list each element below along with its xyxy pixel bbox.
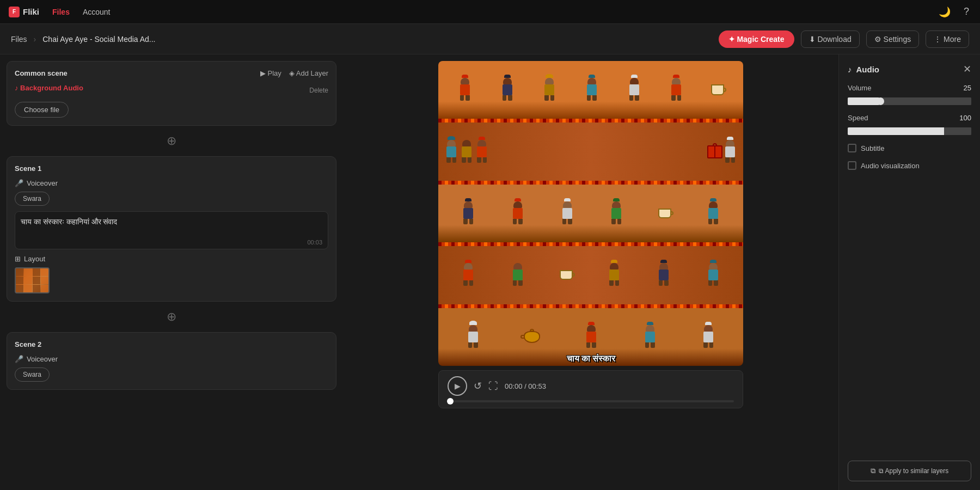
scene2-header: Scene 2 <box>15 340 328 348</box>
pixel-char-19 <box>656 263 671 287</box>
pixel-char-1 <box>457 78 473 102</box>
add-scene-above-1[interactable]: ⊕ <box>7 131 336 151</box>
speed-value: 100 <box>955 114 971 122</box>
time-display: 00:00 / 00:53 <box>505 382 546 390</box>
layout-label: ⊞ Layout <box>15 255 328 263</box>
more-button[interactable]: ⋮ More <box>926 30 969 48</box>
audio-viz-row: Audio visualization <box>848 161 971 170</box>
help-button[interactable]: ? <box>961 4 971 20</box>
voice-select-1[interactable]: Swara <box>15 192 50 206</box>
choose-file-button[interactable]: Choose file <box>15 102 69 118</box>
pixel-char-8 <box>459 140 474 164</box>
voiceover-label-2: 🎤 Voiceover <box>15 355 328 363</box>
right-panel-header: ♪ Audio ✕ <box>848 63 971 75</box>
logo-icon: F <box>9 7 20 17</box>
pixel-char-10 <box>722 140 738 164</box>
pixel-char-6 <box>669 78 684 102</box>
pixel-char-23 <box>642 325 658 349</box>
subtitle-checkbox[interactable] <box>848 144 856 152</box>
play-pause-button[interactable]: ▶ <box>448 376 467 396</box>
scene1-layout-section: ⊞ Layout <box>15 255 328 293</box>
pixel-char-24 <box>701 325 716 349</box>
speed-slider[interactable] <box>848 127 971 135</box>
video-preview: चाय का संस्कार <box>438 61 743 366</box>
speed-section: Speed 100 <box>848 114 971 135</box>
breadcrumb-parent[interactable]: Files <box>11 35 27 44</box>
audio-viz-label: Audio visualization <box>861 162 920 170</box>
nav-files[interactable]: Files <box>52 8 70 16</box>
scene2-card: Scene 2 🎤 Voiceover Swara <box>7 332 336 390</box>
scene1-timestamp: 00:03 <box>307 239 322 246</box>
replay-button[interactable]: ↺ <box>474 380 482 392</box>
apply-similar-button[interactable]: ⧉ ⧉ Apply to similar layers <box>848 461 971 481</box>
volume-section: Volume 25 <box>848 84 971 105</box>
fullscreen-button[interactable]: ⛶ <box>488 381 498 392</box>
add-scene-below-1[interactable]: ⊕ <box>7 307 336 327</box>
pixel-char-17 <box>510 263 525 287</box>
subtitle-row: Subtitle <box>848 144 971 152</box>
right-panel-title: ♪ Audio <box>848 65 879 74</box>
right-panel: ♪ Audio ✕ Volume 25 Speed 100 Subtitle <box>838 54 980 490</box>
background-audio-label: ♪ Background Audio <box>15 84 83 92</box>
tea-cup-3 <box>560 270 573 280</box>
scene2-title: Scene 2 <box>15 340 41 348</box>
pixel-char-4 <box>584 78 599 102</box>
subtitle-text: चाय का संस्कार <box>567 354 615 363</box>
scene1-header: Scene 1 <box>15 164 328 173</box>
video-row-1 <box>438 61 743 119</box>
pixel-char-13 <box>560 201 575 225</box>
divider-4 <box>438 304 743 308</box>
divider-1 <box>438 119 743 122</box>
scene1-title: Scene 1 <box>15 164 41 173</box>
top-nav: F Fliki Files Account 🌙 ? <box>0 0 980 24</box>
pixel-char-22 <box>584 325 599 349</box>
delete-audio-button[interactable]: Delete <box>309 87 328 94</box>
magic-create-button[interactable]: ✦ Magic Create <box>719 30 794 48</box>
common-play-button[interactable]: ▶ Play <box>260 69 281 77</box>
speed-label: Speed <box>848 114 868 122</box>
pixel-char-2 <box>500 78 515 102</box>
pixel-char-12 <box>510 201 525 225</box>
scene1-text-area[interactable]: चाय का संस्कारः कहानियां और संवाद 00:03 <box>15 211 328 249</box>
pixel-char-3 <box>542 78 557 102</box>
add-layer-button[interactable]: ◈ Add Layer <box>289 69 328 77</box>
breadcrumb-current: Chai Aye Aye - Social Media Ad... <box>42 35 155 44</box>
download-button[interactable]: ⬇ Download <box>801 30 860 48</box>
nav-account[interactable]: Account <box>83 8 111 16</box>
app-logo: F Fliki <box>9 7 39 17</box>
tea-pot <box>524 331 540 343</box>
settings-button[interactable]: ⚙ Settings <box>866 30 919 48</box>
copy-icon: ⧉ <box>871 467 875 475</box>
nav-right: 🌙 ? <box>936 4 971 20</box>
pixel-char-20 <box>706 263 721 287</box>
video-row-4 <box>438 246 743 304</box>
voiceover-label-1: 🎤 Voiceover <box>15 179 328 187</box>
audio-viz-checkbox[interactable] <box>848 161 856 170</box>
close-panel-button[interactable]: ✕ <box>963 63 971 75</box>
breadcrumb-bar: Files › Chai Aye Aye - Social Media Ad..… <box>0 24 980 54</box>
video-row-2 <box>438 122 743 180</box>
volume-value: 25 <box>955 84 971 92</box>
dark-mode-toggle[interactable]: 🌙 <box>936 4 953 20</box>
layout-thumbnail[interactable] <box>15 267 50 293</box>
apply-similar-label: ⧉ Apply to similar layers <box>879 467 948 475</box>
audio-icon: ♪ <box>848 65 852 74</box>
common-scene-card: Common scene ▶ Play ◈ Add Layer ♪ Backgr… <box>7 61 336 126</box>
pixel-char-14 <box>609 201 624 225</box>
pixel-char-18 <box>607 263 622 287</box>
pixel-char-15 <box>706 201 721 225</box>
controls-row: ▶ ↺ ⛶ 00:00 / 00:53 <box>448 376 734 396</box>
video-content: चाय का संस्कार <box>438 61 743 366</box>
video-row-5: चाय का संस्कार <box>438 308 743 366</box>
scene1-text: चाय का संस्कारः कहानियां और संवाद <box>21 217 117 226</box>
pixel-char-9 <box>474 140 489 164</box>
timeline[interactable] <box>448 400 734 402</box>
gift-box <box>707 145 722 158</box>
pixel-char-16 <box>461 263 476 287</box>
breadcrumb-actions: ✦ Magic Create ⬇ Download ⚙ Settings ⋮ M… <box>719 30 969 48</box>
common-scene-title: Common scene <box>15 69 68 77</box>
timeline-thumb[interactable] <box>447 398 454 405</box>
center-panel: चाय का संस्कार ▶ ↺ ⛶ 00:00 / 00:53 <box>343 54 838 490</box>
volume-slider[interactable] <box>848 97 971 105</box>
voice-select-2[interactable]: Swara <box>15 367 50 382</box>
